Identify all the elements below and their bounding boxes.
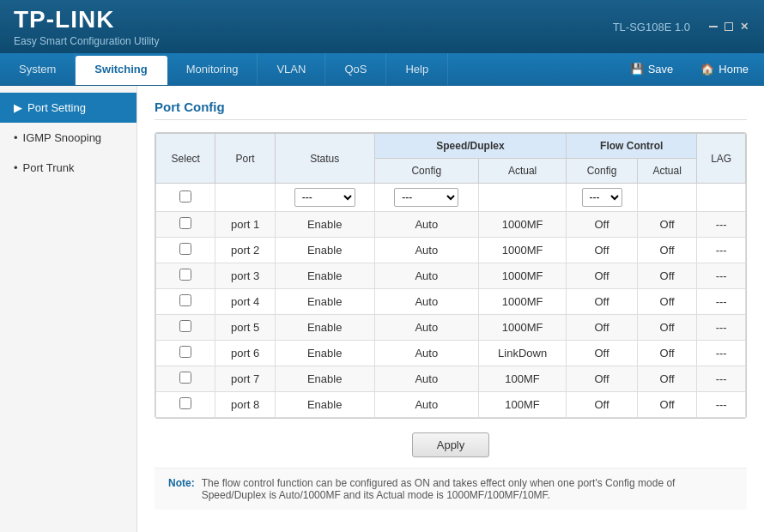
cell-speed-config-6: Auto <box>374 341 478 366</box>
cell-fc-config-4: Off <box>567 289 638 315</box>
row-checkbox-5[interactable] <box>179 320 191 332</box>
cell-status-8: Enable <box>275 392 374 418</box>
tab-system[interactable]: System <box>0 53 76 85</box>
close-button[interactable]: ✕ <box>738 21 750 33</box>
col-header-lag: LAG <box>697 134 746 184</box>
cell-fc-actual-6: Off <box>637 341 696 366</box>
cell-port-8: port 8 <box>215 392 275 418</box>
cell-status-6: Enable <box>275 341 374 366</box>
cell-speed-config-7: Auto <box>374 366 478 392</box>
col-header-port: Port <box>215 134 275 184</box>
col-header-speed-duplex: Speed/Duplex <box>374 134 567 159</box>
row-checkbox-3[interactable] <box>179 269 191 281</box>
row-checkbox-1[interactable] <box>179 217 191 229</box>
row-checkbox-2[interactable] <box>179 243 191 255</box>
home-button[interactable]: 🏠 Home <box>694 59 755 79</box>
select-all-checkbox[interactable] <box>179 190 191 203</box>
row-checkbox-8[interactable] <box>179 397 191 409</box>
cell-status-4: Enable <box>275 289 374 315</box>
cell-lag-5: --- <box>697 315 746 341</box>
tab-vlan[interactable]: VLAN <box>258 53 325 85</box>
tab-switching[interactable]: Switching <box>76 56 167 85</box>
minimize-button[interactable] <box>707 21 719 33</box>
content-area: Port Config Select Port Status Speed/Dup… <box>137 86 764 532</box>
cell-fc-actual-2: Off <box>637 238 696 263</box>
table-row: port 6 Enable Auto LinkDown Off Off --- <box>156 341 746 366</box>
cell-speed-actual-5: 1000MF <box>478 315 566 341</box>
window-controls: ✕ <box>707 21 750 33</box>
col-header-flow-control: Flow Control <box>567 134 697 159</box>
control-row: ---EnableDisable ---Auto10MH10MF100MH100… <box>156 184 746 212</box>
cell-fc-actual-4: Off <box>637 289 696 315</box>
cell-speed-actual-3: 1000MF <box>478 263 566 289</box>
app-header: TP-LINK Easy Smart Configuration Utility… <box>0 0 764 53</box>
status-select-all[interactable]: ---EnableDisable <box>294 188 355 207</box>
cell-lag-4: --- <box>697 289 746 315</box>
brand-section: TP-LINK Easy Smart Configuration Utility <box>14 6 159 47</box>
sidebar: ▶ Port Setting • IGMP Snooping • Port Tr… <box>0 86 137 532</box>
tab-monitoring[interactable]: Monitoring <box>167 53 258 85</box>
save-icon: 💾 <box>630 63 644 76</box>
cell-lag-2: --- <box>697 238 746 263</box>
cell-speed-actual-1: 1000MF <box>478 212 566 238</box>
brand-logo: TP-LINK <box>14 6 159 33</box>
tab-help[interactable]: Help <box>386 53 448 85</box>
cell-fc-config-3: Off <box>567 263 638 289</box>
cell-speed-actual-8: 100MF <box>478 392 566 418</box>
sidebar-item-port-setting[interactable]: ▶ Port Setting <box>0 93 136 123</box>
fc-config-select-all[interactable]: ---OnOff <box>582 188 622 207</box>
note-section: Note: The flow control function can be c… <box>155 468 747 510</box>
port-config-table: Select Port Status Speed/Duplex Flow Con… <box>155 133 746 418</box>
cell-speed-config-5: Auto <box>374 315 478 341</box>
cell-status-7: Enable <box>275 366 374 392</box>
sidebar-item-port-trunk[interactable]: • Port Trunk <box>0 153 136 183</box>
cell-fc-actual-5: Off <box>637 315 696 341</box>
sidebar-bullet-icon: • <box>14 131 18 144</box>
cell-fc-actual-1: Off <box>637 212 696 238</box>
section-title: Port Config <box>155 100 747 120</box>
save-button[interactable]: 💾 Save <box>623 59 681 79</box>
cell-lag-3: --- <box>697 263 746 289</box>
table-row: port 1 Enable Auto 1000MF Off Off --- <box>156 212 746 238</box>
apply-row: Apply <box>155 432 747 457</box>
cell-fc-actual-3: Off <box>637 263 696 289</box>
apply-button[interactable]: Apply <box>412 432 490 457</box>
cell-lag-1: --- <box>697 212 746 238</box>
sidebar-item-igmp-snooping[interactable]: • IGMP Snooping <box>0 123 136 153</box>
table-row: port 7 Enable Auto 100MF Off Off --- <box>156 366 746 392</box>
row-checkbox-4[interactable] <box>179 294 191 306</box>
cell-fc-actual-7: Off <box>637 366 696 392</box>
cell-status-5: Enable <box>275 315 374 341</box>
cell-port-7: port 7 <box>215 366 275 392</box>
sidebar-bullet-icon-2: • <box>14 161 18 174</box>
col-header-fc-config: Config <box>567 159 638 184</box>
speed-config-select-all[interactable]: ---Auto10MH10MF100MH100MF1000MF <box>394 188 458 207</box>
cell-port-3: port 3 <box>215 263 275 289</box>
row-checkbox-7[interactable] <box>179 372 191 384</box>
cell-fc-config-6: Off <box>567 341 638 366</box>
cell-status-3: Enable <box>275 263 374 289</box>
col-header-select: Select <box>156 134 215 184</box>
col-header-fc-actual: Actual <box>637 159 696 184</box>
cell-fc-config-7: Off <box>567 366 638 392</box>
cell-speed-config-1: Auto <box>374 212 478 238</box>
col-header-speed-actual: Actual <box>478 159 566 184</box>
cell-port-2: port 2 <box>215 238 275 263</box>
restore-button[interactable] <box>723 21 735 33</box>
cell-port-1: port 1 <box>215 212 275 238</box>
cell-speed-config-8: Auto <box>374 392 478 418</box>
cell-fc-config-8: Off <box>567 392 638 418</box>
table-row: port 2 Enable Auto 1000MF Off Off --- <box>156 238 746 263</box>
sidebar-arrow-icon: ▶ <box>14 101 22 114</box>
nav-bar: System Switching Monitoring VLAN QoS Hel… <box>0 53 764 86</box>
cell-port-5: port 5 <box>215 315 275 341</box>
row-checkbox-6[interactable] <box>179 346 191 358</box>
col-header-speed-config: Config <box>374 159 478 184</box>
cell-fc-config-5: Off <box>567 315 638 341</box>
note-highlight: 1000MF/100MF/10MF <box>446 489 547 501</box>
nav-tabs: System Switching Monitoring VLAN QoS Hel… <box>0 53 448 85</box>
tab-qos[interactable]: QoS <box>325 53 386 85</box>
port-config-table-container: Select Port Status Speed/Duplex Flow Con… <box>155 132 747 419</box>
cell-speed-config-3: Auto <box>374 263 478 289</box>
cell-speed-actual-7: 100MF <box>478 366 566 392</box>
